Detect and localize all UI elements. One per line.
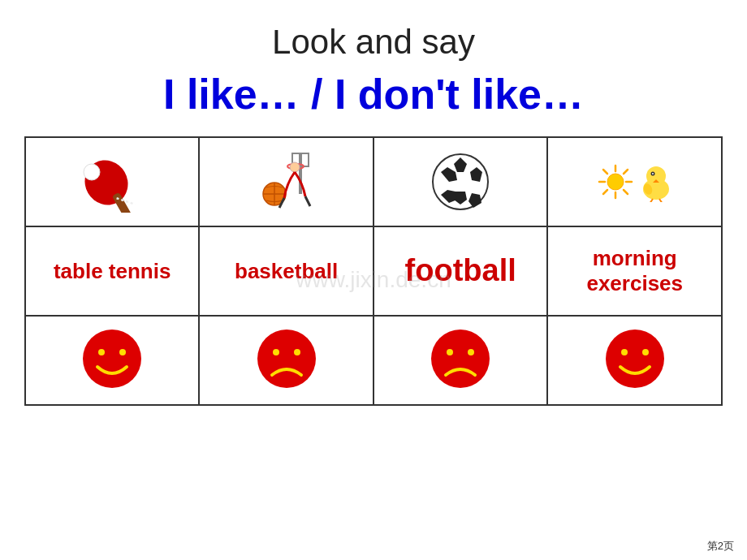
svg-line-12 — [305, 196, 310, 206]
svg-line-25 — [603, 170, 607, 174]
svg-line-26 — [624, 190, 628, 194]
page-number: 第2页 — [707, 539, 734, 554]
svg-line-35 — [650, 199, 653, 202]
sad-face-1 — [254, 326, 319, 391]
table-tennis-label-cell: table tennis — [25, 226, 199, 316]
svg-point-30 — [646, 166, 666, 186]
svg-point-46 — [606, 330, 664, 388]
morning-exercises-label-cell: morningexercises — [547, 226, 722, 316]
table-row-faces — [25, 316, 722, 405]
svg-point-42 — [294, 349, 300, 355]
basketball-label: basketball — [235, 259, 338, 283]
table-tennis-icon — [76, 152, 149, 213]
svg-point-37 — [83, 330, 141, 388]
svg-point-43 — [431, 330, 490, 388]
page-title: Look and say — [0, 0, 747, 70]
svg-point-44 — [447, 349, 453, 355]
table-row-images — [25, 137, 722, 226]
table-row-labels: table tennis basketball football morning… — [25, 226, 722, 316]
football-icon — [428, 149, 493, 214]
football-image-cell — [374, 137, 548, 226]
chick-icon — [638, 162, 674, 202]
morning-exercises-image-cell — [547, 137, 722, 226]
svg-line-27 — [624, 170, 628, 174]
svg-point-38 — [98, 349, 105, 355]
svg-point-41 — [273, 349, 279, 355]
morning-exercises-icons — [596, 162, 674, 202]
svg-point-3 — [84, 164, 100, 180]
table-tennis-face-cell — [25, 316, 199, 405]
table-tennis-label: table tennis — [54, 259, 171, 283]
svg-point-40 — [257, 330, 316, 388]
svg-line-28 — [603, 190, 607, 194]
svg-point-33 — [652, 173, 654, 174]
activity-table: table tennis basketball football morning… — [24, 136, 723, 406]
happy-face-1 — [80, 326, 145, 391]
happy-face-2 — [602, 326, 667, 391]
morning-exercises-face-cell — [547, 316, 722, 405]
svg-point-47 — [621, 349, 628, 355]
svg-line-36 — [659, 199, 663, 202]
svg-rect-4 — [299, 153, 302, 194]
football-face-cell — [374, 316, 548, 405]
basketball-face-cell — [199, 316, 374, 405]
subtitle: I like… / I don't like… — [0, 70, 747, 136]
svg-point-39 — [119, 349, 126, 355]
sad-face-2 — [428, 326, 493, 391]
table-tennis-image-cell — [25, 137, 199, 226]
basketball-label-cell: basketball — [199, 226, 374, 316]
svg-point-48 — [642, 349, 649, 355]
basketball-image-cell — [199, 137, 374, 226]
sun-icon — [596, 162, 635, 201]
football-label-cell: football — [374, 226, 548, 316]
morning-exercises-label: morningexercises — [586, 246, 683, 295]
svg-point-45 — [468, 349, 474, 355]
svg-point-10 — [290, 162, 300, 172]
basketball-icon — [250, 149, 323, 214]
svg-point-20 — [607, 174, 624, 190]
svg-point-0 — [77, 152, 136, 212]
football-label: football — [405, 253, 516, 287]
